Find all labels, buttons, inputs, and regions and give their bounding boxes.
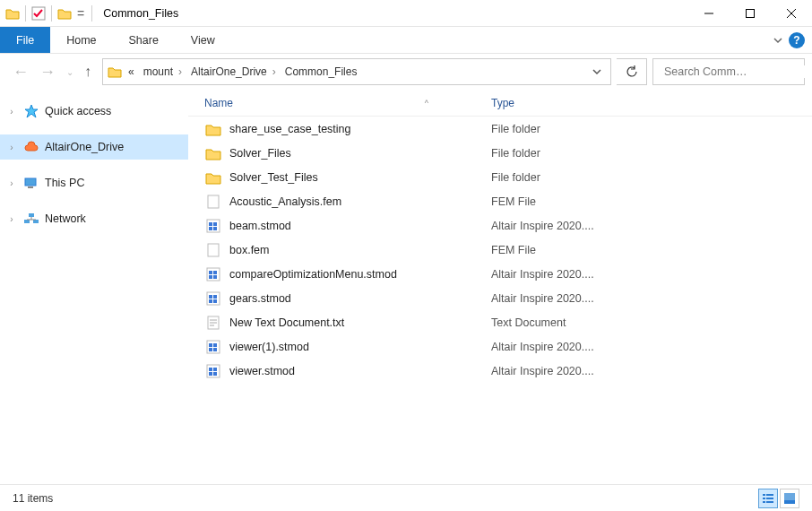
separator [91,5,92,22]
expander-icon[interactable]: › [5,143,18,152]
file-list: share_use_case_testingFile folderSolver_… [188,117,812,484]
svg-rect-18 [213,222,217,226]
help-button[interactable]: ? [789,32,805,48]
breadcrumb-overflow[interactable]: « [125,64,138,80]
file-type: Altair Inspire 2020.... [491,220,706,232]
file-icon [204,193,222,211]
tab-share[interactable]: Share [113,27,175,53]
file-row[interactable]: gears.stmodAltair Inspire 2020.... [188,286,812,310]
network-icon [23,211,39,227]
checkbox-icon[interactable] [31,6,46,21]
folder-icon [204,169,222,186]
close-button[interactable] [771,0,812,27]
sidebar-item-network[interactable]: ›Network [0,206,188,231]
file-row[interactable]: beam.stmodAltair Inspire 2020.... [188,213,812,238]
tab-home[interactable]: Home [50,27,112,53]
svg-rect-26 [213,275,217,279]
svg-rect-38 [213,343,217,347]
file-row[interactable]: Acoustic_Analysis.femFEM File [188,189,812,213]
minimize-button[interactable] [688,0,730,27]
file-row[interactable]: Solver_FilesFile folder [188,141,812,165]
file-type: FEM File [491,195,706,208]
expander-icon[interactable]: › [5,107,18,117]
file-type: Altair Inspire 2020.... [491,268,706,281]
file-name: viewer(1).stmod [229,341,491,353]
file-type: File folder [491,123,706,135]
status-bar: 11 items [0,484,812,511]
svg-rect-17 [209,222,212,226]
file-type: FEM File [491,244,706,256]
search-box[interactable] [652,58,805,85]
thumbnails-view-button[interactable] [780,489,799,508]
file-type: Altair Inspire 2020.... [491,292,706,305]
cloud-icon [23,139,39,155]
svg-rect-42 [209,368,212,371]
svg-rect-37 [209,343,212,347]
qat-dropdown-icon[interactable]: = [75,6,86,21]
tab-view[interactable]: View [175,27,231,53]
file-row[interactable]: compareOptimizationMenu.stmodAltair Insp… [188,262,812,286]
file-pane: Name ^ Type share_use_case_testingFile f… [188,90,812,484]
breadcrumb[interactable]: mount› [140,64,186,80]
file-row[interactable]: box.femFEM File [188,238,812,262]
address-dropdown-icon[interactable] [587,67,607,76]
file-row[interactable]: share_use_case_testingFile folder [188,117,812,141]
svg-rect-40 [213,348,217,351]
breadcrumb[interactable]: AltairOne_Drive› [187,64,280,80]
file-type: Altair Inspire 2020.... [491,341,706,353]
stmod-icon [204,217,222,235]
file-name: Acoustic_Analysis.fem [229,195,491,208]
sidebar-item-altairone-drive[interactable]: ›AltairOne_Drive [0,134,188,160]
breadcrumb[interactable]: Common_Files [281,64,361,80]
file-tab[interactable]: File [0,27,50,53]
svg-rect-21 [208,244,219,256]
forward-button[interactable]: → [39,63,56,82]
separator [25,5,26,22]
maximize-button[interactable] [730,0,771,27]
svg-rect-24 [213,271,217,274]
expander-icon[interactable]: › [5,178,18,188]
ribbon-collapse-icon[interactable] [773,35,783,46]
folder-icon [204,144,222,162]
search-input[interactable] [664,65,805,78]
sidebar-item-quick-access[interactable]: ›Quick access [0,99,188,124]
svg-rect-12 [29,213,34,217]
body: ›Quick access›AltairOne_Drive›This PC›Ne… [0,90,812,484]
folder-icon [5,6,20,21]
svg-rect-20 [213,227,217,230]
file-row[interactable]: viewer.stmodAltair Inspire 2020.... [188,359,812,383]
svg-rect-50 [763,501,765,503]
file-name: New Text Document.txt [229,316,491,329]
stmod-icon [204,265,222,283]
file-row[interactable]: New Text Document.txtText Document [188,310,812,334]
file-row[interactable]: Solver_Test_FilesFile folder [188,165,812,189]
file-name: gears.stmod [229,292,491,305]
sidebar-item-this-pc[interactable]: ›This PC [0,170,188,195]
details-view-button[interactable] [758,489,778,508]
up-button[interactable]: ↑ [84,64,91,80]
svg-rect-30 [209,299,212,303]
pc-icon [23,175,39,191]
back-button[interactable]: ← [13,63,29,82]
column-header-type[interactable]: Type [491,97,670,109]
refresh-button[interactable] [617,58,647,85]
file-name: beam.stmod [229,220,491,232]
sidebar-item-label: Network [45,212,86,225]
sidebar-item-label: AltairOne_Drive [45,141,124,153]
svg-rect-8 [25,178,36,186]
stmod-icon [204,290,222,307]
recent-locations-button[interactable]: ⌄ [66,67,73,77]
nav-arrows: ← → ⌄ ↑ [7,63,97,82]
svg-rect-19 [209,227,212,230]
svg-rect-9 [28,186,33,188]
svg-rect-29 [213,295,217,299]
sidebar-item-label: This PC [45,177,84,189]
file-row[interactable]: viewer(1).stmodAltair Inspire 2020.... [188,334,812,359]
ribbon: File Home Share View ? [0,27,812,54]
expander-icon[interactable]: › [5,214,18,224]
address-bar[interactable]: « mount› AltairOne_Drive› Common_Files [102,58,611,85]
svg-rect-2 [747,9,755,17]
folder-icon [204,120,222,138]
separator [51,5,52,22]
column-header-name[interactable]: Name ^ [204,97,491,109]
